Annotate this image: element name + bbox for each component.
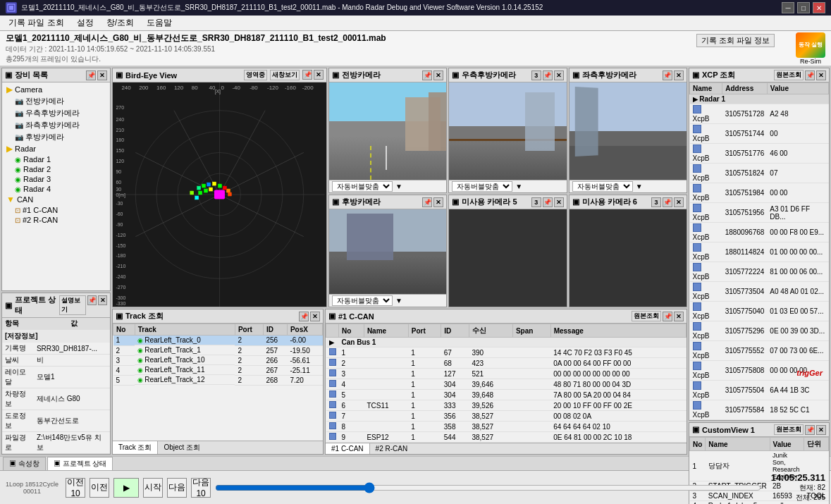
xcp-row[interactable]: XcpB 3105751744 00 (690, 124, 829, 144)
project-status-close[interactable]: ✕ (98, 295, 107, 305)
track-row[interactable]: 1 ◉RearLeft_Track_0 2 256 -6.00 (113, 336, 323, 346)
bird-eye-close[interactable]: ✕ (314, 70, 324, 80)
tree-radar3[interactable]: ◉ Radar 3 (12, 174, 109, 184)
xcp-row[interactable]: XcpB 3105775504 6A 44 1B 3C (690, 381, 829, 400)
project-status-pin[interactable]: 📌 (87, 295, 97, 305)
track-row[interactable]: 2 ◉RearLeft_Track_1 2 257 -19.50 (113, 345, 323, 355)
menu-settings[interactable]: 설정 (71, 16, 99, 30)
right-rear-cam-pin[interactable]: 📌 (543, 70, 553, 80)
can-data-row[interactable]: 7 1 356 38,527 00 08 02 0A (326, 411, 687, 422)
minimize-button[interactable]: ─ (782, 2, 794, 13)
right-rear-cam-close[interactable]: ✕ (554, 70, 564, 80)
tree-left-rear-camera[interactable]: 📷 좌측후방카메라 (12, 119, 109, 131)
menu-record[interactable]: 기록 파일 조회 (3, 16, 70, 30)
bird-eye-newwindow-btn[interactable]: 새창보기 (270, 70, 300, 80)
btn-back[interactable]: 이전 (90, 478, 109, 498)
bird-eye-region-btn[interactable]: 영역중 (244, 70, 267, 80)
front-cam-close[interactable]: ✕ (433, 70, 443, 80)
can-panel-pin[interactable]: 📌 (663, 312, 672, 321)
unused-cam5-close[interactable]: ✕ (554, 197, 564, 207)
btn-10next[interactable]: 다음10 (191, 478, 211, 498)
btn-play[interactable]: ▶ (113, 478, 139, 498)
tree-ccan[interactable]: ⊡ #1 C-CAN (12, 205, 109, 215)
xcp-row[interactable]: XcpB 3105775584 18 52 5C C1 (690, 400, 829, 420)
can-data-row[interactable]: 5 1 304 39,648 7A 80 00 5A 20 00 04 84 (326, 390, 687, 400)
xcp-row[interactable]: XcpB 3105775296 0E 00 39 00 3D... (690, 321, 829, 341)
xcp-row[interactable]: XcpB 1880096768 00 00 F8 00 E9... (690, 223, 829, 242)
show-desc-button[interactable]: 설명보기 (59, 295, 86, 315)
rear-cam-dropdown[interactable]: 자동버블맞춤 (332, 295, 393, 306)
custom-view-x[interactable]: ✕ (816, 425, 826, 435)
xcp-x[interactable]: ✕ (816, 70, 826, 80)
tree-rcan[interactable]: ⊡ #2 R-CAN (12, 215, 109, 225)
can-data-row[interactable]: 1 1 67 390 14 4C 70 F2 03 F3 F0 45 (326, 348, 687, 358)
can-data-row[interactable]: 4 1 304 39,646 48 80 71 80 00 00 04 3D (326, 379, 687, 390)
custom-view-orig-btn[interactable]: 원본조회 (774, 424, 804, 435)
tab-project-status[interactable]: ▣ 프로젝트 상태 (47, 457, 113, 470)
tab-properties[interactable]: ▣ 속성창 (3, 457, 46, 470)
btn-10back[interactable]: 이전10 (66, 478, 85, 498)
track-row[interactable]: 3 ◉RearLeft_Track_10 2 266 -56.61 (113, 355, 323, 365)
xcp-row[interactable]: XcpB 3105751956 A3 01 D6 FF DB... (690, 203, 829, 223)
xcp-orig-view-btn[interactable]: 원본조회 (774, 70, 804, 80)
bird-eye-pin[interactable]: 📌 (302, 70, 312, 80)
right-rear-cam-3[interactable]: 3 (531, 70, 541, 80)
can-data-row[interactable]: 3 1 127 521 00 00 00 00 00 00 00 00 (326, 369, 687, 379)
tree-can-folder[interactable]: ▼ CAN (4, 194, 109, 205)
can-orig-view-btn[interactable]: 원본조회 (632, 311, 661, 321)
tab-rcan[interactable]: #2 R-CAN (370, 443, 414, 454)
can-data-row[interactable]: 9 ESP12 1 544 38,527 0E 64 81 00 00 2C 1… (326, 432, 687, 443)
tree-radar2[interactable]: ◉ Radar 2 (12, 164, 109, 174)
can-panel-x[interactable]: ✕ (674, 312, 684, 321)
rear-cam-close[interactable]: ✕ (433, 197, 443, 207)
tab-object-view[interactable]: Object 조회 (158, 441, 206, 454)
maximize-button[interactable]: □ (797, 2, 810, 13)
close-button[interactable]: ✕ (813, 2, 825, 13)
left-rear-cam-dropdown[interactable]: 자동버블맞춤 (572, 181, 633, 192)
xcp-row[interactable]: XcpB 3105751776 46 00 (690, 144, 829, 164)
xcp-row[interactable]: XcpB 3105751824 07 (690, 164, 829, 183)
device-tree-close[interactable]: ✕ (97, 70, 107, 80)
menu-window[interactable]: 창/조회 (101, 16, 140, 30)
xcp-row[interactable]: XcpB 3105773504 A0 48 A0 01 02... (690, 282, 829, 302)
tree-right-rear-camera[interactable]: 📷 우측후방카메라 (12, 107, 109, 119)
xcp-row[interactable]: XcpB 1880114824 01 00 00 00 00... (690, 242, 829, 262)
unused-cam6-3[interactable]: 3 (651, 197, 661, 207)
right-rear-cam-dropdown[interactable]: 자동버블맞춤 (452, 181, 512, 192)
xcp-row[interactable]: XcpB 3105751984 00 00 (690, 183, 829, 203)
unused-cam6-pin[interactable]: 📌 (663, 197, 672, 207)
menu-help[interactable]: 도움말 (141, 16, 178, 30)
xcp-row[interactable]: XcpB 3105751728 A2 48 (690, 104, 829, 124)
track-panel-x[interactable]: ✕ (310, 312, 320, 321)
record-file-info-button[interactable]: 기록 조회 파일 정보 (696, 34, 775, 47)
btn-next[interactable]: 다음 (167, 478, 187, 498)
can-data-row[interactable]: 6 TCS11 1 333 39,526 20 00 10 FF 00 FF 0… (326, 400, 687, 411)
can-bus-row[interactable]: ▶ Can Bus 1 (326, 338, 687, 348)
tree-radar4[interactable]: ◉ Radar 4 (12, 184, 109, 194)
tree-radar1[interactable]: ◉ Radar 1 (12, 154, 109, 164)
tab-track-view[interactable]: Track 조회 (113, 441, 158, 454)
front-cam-pin[interactable]: 📌 (422, 70, 432, 80)
xcp-row[interactable]: XcpB 3105775040 01 03 E0 00 57... (690, 302, 829, 321)
front-cam-dropdown[interactable]: 자동버블맞춤 (332, 181, 393, 192)
unused-cam6-close[interactable]: ✕ (674, 197, 684, 207)
resim-icon[interactable]: 동작 실행 (796, 32, 825, 58)
xcp-row[interactable]: XcpB 3105772224 81 00 00 06 00... (690, 262, 829, 282)
custom-view-pin[interactable]: 📌 (805, 425, 815, 435)
track-row[interactable]: 4 ◉RearLeft_Track_11 2 267 -25.11 (113, 365, 323, 375)
can-data-row[interactable]: 8 1 358 38,527 64 64 64 64 02 10 (326, 422, 687, 432)
xcp-pin[interactable]: 📌 (805, 70, 815, 80)
playback-slider[interactable] (215, 485, 761, 491)
track-panel-pin[interactable]: 📌 (299, 312, 309, 321)
device-tree-pin[interactable]: 📌 (86, 70, 96, 80)
tree-camera-folder[interactable]: ▶ Camera (4, 84, 109, 95)
rear-cam-pin[interactable]: 📌 (422, 197, 432, 207)
unused-cam5-3[interactable]: 3 (531, 197, 541, 207)
btn-start[interactable]: 시작 (143, 478, 163, 498)
tab-ccan[interactable]: #1 C-CAN (326, 443, 370, 454)
can-data-row[interactable]: 2 1 68 423 0A 00 00 64 00 FF 00 00 (326, 358, 687, 369)
left-rear-cam-pin[interactable]: 📌 (663, 70, 672, 80)
tree-front-camera[interactable]: 📷 전방카메라 (12, 95, 109, 107)
left-rear-cam-close[interactable]: ✕ (674, 70, 684, 80)
tree-radar-folder[interactable]: ▶ Radar (4, 143, 109, 154)
